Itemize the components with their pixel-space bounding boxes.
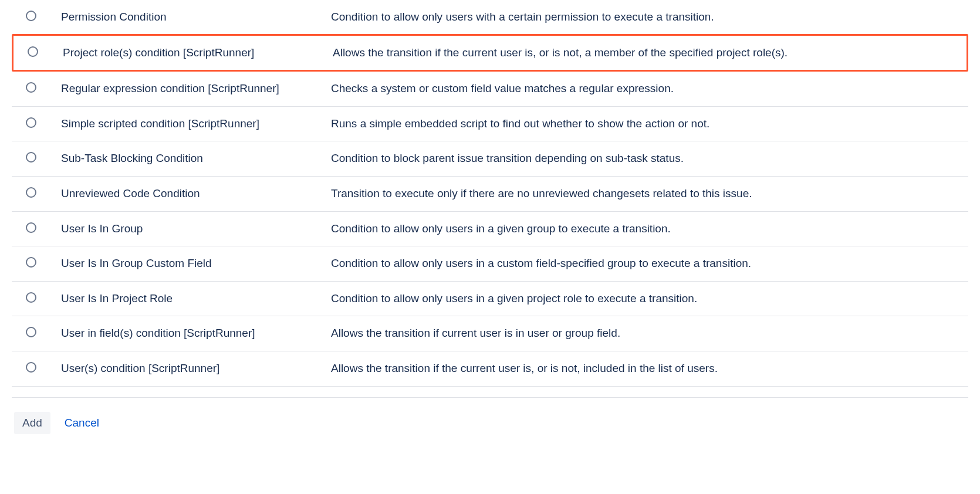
- radio-wrapper: [26, 291, 61, 303]
- condition-radio[interactable]: [26, 117, 36, 128]
- condition-radio[interactable]: [26, 362, 36, 373]
- condition-row[interactable]: Project role(s) condition [ScriptRunner]…: [12, 34, 968, 72]
- condition-name: User in field(s) condition [ScriptRunner…: [61, 326, 331, 341]
- condition-row[interactable]: User Is In Group Custom FieldCondition t…: [12, 246, 968, 282]
- radio-wrapper: [26, 151, 61, 163]
- condition-name: Project role(s) condition [ScriptRunner]: [63, 45, 333, 61]
- condition-name: User Is In Group Custom Field: [61, 256, 331, 272]
- cancel-link[interactable]: Cancel: [65, 417, 99, 429]
- radio-wrapper: [26, 81, 61, 93]
- footer-bar: Add Cancel: [12, 397, 968, 448]
- condition-row[interactable]: User Is In GroupCondition to allow only …: [12, 212, 968, 247]
- add-button[interactable]: Add: [14, 412, 50, 434]
- condition-row[interactable]: Sub-Task Blocking ConditionCondition to …: [12, 141, 968, 177]
- radio-wrapper: [26, 326, 61, 337]
- condition-radio[interactable]: [26, 11, 36, 21]
- condition-description: Condition to allow only users with a cer…: [331, 9, 959, 25]
- condition-description: Condition to block parent issue transiti…: [331, 151, 959, 167]
- radio-wrapper: [26, 256, 61, 268]
- radio-wrapper: [26, 221, 61, 233]
- condition-radio[interactable]: [26, 292, 36, 303]
- condition-name: User(s) condition [ScriptRunner]: [61, 361, 331, 377]
- condition-radio[interactable]: [26, 327, 36, 337]
- condition-description: Condition to allow only users in a given…: [331, 221, 959, 237]
- condition-row[interactable]: Permission ConditionCondition to allow o…: [12, 0, 968, 35]
- condition-name: Permission Condition: [61, 9, 331, 25]
- condition-description: Condition to allow only users in a custo…: [331, 256, 959, 272]
- condition-description: Runs a simple embedded script to find ou…: [331, 116, 959, 132]
- condition-radio[interactable]: [26, 152, 36, 163]
- condition-row[interactable]: User Is In Project RoleCondition to allo…: [12, 282, 968, 317]
- condition-name: Unreviewed Code Condition: [61, 186, 331, 202]
- radio-wrapper: [26, 186, 61, 198]
- condition-description: Allows the transition if the current use…: [333, 45, 957, 61]
- condition-radio[interactable]: [28, 46, 38, 57]
- condition-description: Transition to execute only if there are …: [331, 186, 959, 202]
- radio-wrapper: [26, 361, 61, 373]
- condition-name: User Is In Group: [61, 221, 331, 237]
- condition-name: User Is In Project Role: [61, 291, 331, 307]
- condition-list: Permission ConditionCondition to allow o…: [12, 0, 968, 387]
- condition-row[interactable]: Unreviewed Code ConditionTransition to e…: [12, 177, 968, 212]
- condition-radio[interactable]: [26, 82, 36, 93]
- condition-description: Condition to allow only users in a given…: [331, 291, 959, 307]
- condition-description: Allows the transition if the current use…: [331, 361, 959, 377]
- radio-wrapper: [28, 45, 63, 57]
- condition-name: Sub-Task Blocking Condition: [61, 151, 331, 167]
- condition-row[interactable]: User(s) condition [ScriptRunner]Allows t…: [12, 351, 968, 387]
- condition-name: Simple scripted condition [ScriptRunner]: [61, 116, 331, 132]
- condition-row[interactable]: Regular expression condition [ScriptRunn…: [12, 72, 968, 107]
- condition-name: Regular expression condition [ScriptRunn…: [61, 81, 331, 97]
- condition-radio[interactable]: [26, 222, 36, 233]
- condition-radio[interactable]: [26, 257, 36, 268]
- radio-wrapper: [26, 116, 61, 128]
- condition-row[interactable]: Simple scripted condition [ScriptRunner]…: [12, 107, 968, 142]
- condition-description: Allows the transition if current user is…: [331, 326, 959, 341]
- condition-row[interactable]: User in field(s) condition [ScriptRunner…: [12, 316, 968, 351]
- condition-description: Checks a system or custom field value ma…: [331, 81, 959, 97]
- radio-wrapper: [26, 9, 61, 21]
- condition-radio[interactable]: [26, 187, 36, 198]
